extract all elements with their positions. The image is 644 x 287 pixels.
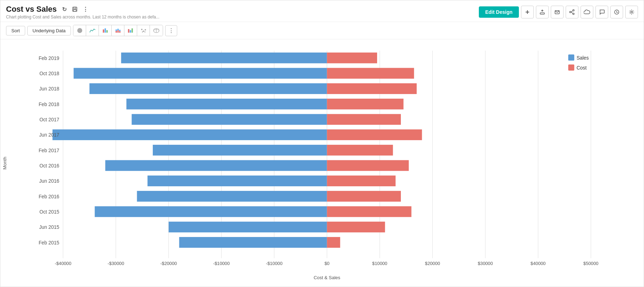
svg-point-27 xyxy=(143,31,144,32)
svg-text:Feb 2018: Feb 2018 xyxy=(39,101,60,107)
header-right: Edit Design xyxy=(479,6,638,18)
svg-text:Feb 2016: Feb 2016 xyxy=(39,194,60,199)
svg-rect-45 xyxy=(327,53,377,63)
svg-rect-52 xyxy=(132,114,327,125)
svg-rect-59 xyxy=(327,160,409,171)
chart-svg: Feb 2019 Oct 2018 Jun 2018 Feb 2018 Oct … xyxy=(10,43,644,274)
schedule-button[interactable] xyxy=(610,6,623,18)
svg-text:$40000: $40000 xyxy=(531,261,546,266)
svg-text:Jun 2017: Jun 2017 xyxy=(39,132,59,138)
svg-line-11 xyxy=(571,12,573,13)
edit-design-button[interactable]: Edit Design xyxy=(479,6,519,18)
svg-rect-25 xyxy=(131,28,133,33)
add-button[interactable] xyxy=(521,6,534,18)
save-icon[interactable] xyxy=(71,5,79,13)
svg-rect-17 xyxy=(116,31,117,33)
cloud-button[interactable] xyxy=(581,6,593,18)
svg-rect-44 xyxy=(121,53,327,63)
svg-text:-$20000: -$20000 xyxy=(160,261,177,266)
svg-rect-16 xyxy=(106,30,108,33)
svg-text:$0: $0 xyxy=(324,261,329,266)
svg-text:$30000: $30000 xyxy=(478,261,493,266)
svg-text:-$10000: -$10000 xyxy=(266,261,282,266)
svg-rect-22 xyxy=(119,30,121,31)
svg-rect-62 xyxy=(137,191,327,202)
refresh-icon[interactable]: ↻ xyxy=(60,5,68,13)
svg-rect-48 xyxy=(89,83,327,94)
svg-rect-1 xyxy=(74,7,76,9)
svg-point-9 xyxy=(570,11,571,13)
svg-rect-15 xyxy=(105,28,106,33)
page-title: Cost vs Sales xyxy=(6,5,57,14)
chart-inner: Feb 2019 Oct 2018 Jun 2018 Feb 2018 Oct … xyxy=(10,43,644,283)
header: Cost vs Sales ↻ ⋮ Chart plotting Cost an… xyxy=(0,0,644,22)
pie-chart-button[interactable] xyxy=(73,25,86,36)
svg-point-13 xyxy=(631,11,633,13)
svg-rect-50 xyxy=(127,99,327,109)
svg-rect-56 xyxy=(153,145,327,155)
svg-rect-23 xyxy=(128,29,129,33)
svg-rect-20 xyxy=(117,29,119,30)
sort-button[interactable]: Sort xyxy=(6,26,25,35)
stacked-bar-button[interactable] xyxy=(112,25,124,36)
svg-rect-46 xyxy=(74,68,327,78)
bar-chart-button[interactable] xyxy=(99,25,112,36)
main-container: Cost vs Sales ↻ ⋮ Chart plotting Cost an… xyxy=(0,0,644,287)
chart-area: Month xyxy=(0,39,644,287)
svg-rect-65 xyxy=(327,206,411,217)
toolbar: Sort Underlying Data xyxy=(0,22,644,39)
scatter-chart-button[interactable] xyxy=(124,25,137,36)
svg-text:$10000: $10000 xyxy=(372,261,387,266)
svg-rect-2 xyxy=(73,10,76,11)
svg-rect-67 xyxy=(327,222,385,232)
svg-rect-5 xyxy=(540,13,544,14)
svg-text:Cost: Cost xyxy=(577,65,587,71)
line-chart-button[interactable] xyxy=(86,25,99,36)
upload-button[interactable] xyxy=(536,6,549,18)
svg-rect-57 xyxy=(327,145,393,155)
scatter-plot-button[interactable] xyxy=(137,25,150,36)
svg-rect-61 xyxy=(327,176,396,186)
svg-point-30 xyxy=(144,32,145,33)
svg-rect-58 xyxy=(105,160,327,171)
svg-point-7 xyxy=(573,10,574,11)
header-left: Cost vs Sales ↻ ⋮ Chart plotting Cost an… xyxy=(6,5,159,20)
share-button[interactable] xyxy=(566,6,578,18)
svg-rect-96 xyxy=(568,65,574,71)
svg-rect-47 xyxy=(327,68,414,78)
comment-button[interactable] xyxy=(595,6,608,18)
svg-text:Oct 2017: Oct 2017 xyxy=(39,117,59,122)
svg-text:Jun 2018: Jun 2018 xyxy=(39,86,59,92)
svg-text:$20000: $20000 xyxy=(425,261,440,266)
map-button[interactable] xyxy=(150,25,163,36)
svg-point-29 xyxy=(142,32,143,33)
underlying-data-button[interactable]: Underlying Data xyxy=(27,26,71,35)
svg-text:$50000: $50000 xyxy=(583,261,599,266)
svg-rect-69 xyxy=(327,237,340,248)
svg-rect-66 xyxy=(169,222,327,232)
svg-rect-49 xyxy=(327,83,417,94)
svg-rect-53 xyxy=(327,114,401,125)
svg-text:Feb 2017: Feb 2017 xyxy=(39,148,60,153)
svg-rect-14 xyxy=(103,29,104,33)
settings-button[interactable] xyxy=(625,6,638,18)
chart-svg-container: Feb 2019 Oct 2018 Jun 2018 Feb 2018 Oct … xyxy=(10,43,644,274)
svg-text:Jun 2016: Jun 2016 xyxy=(39,178,59,184)
subtitle: Chart plotting Cost and Sales across mon… xyxy=(6,15,159,20)
svg-point-28 xyxy=(145,29,146,31)
svg-text:Feb 2015: Feb 2015 xyxy=(39,240,60,245)
svg-rect-60 xyxy=(147,176,327,186)
svg-point-26 xyxy=(141,29,142,30)
email-button[interactable] xyxy=(551,6,564,18)
more-chart-options-button[interactable]: ⋮ xyxy=(165,25,177,36)
svg-rect-24 xyxy=(130,30,131,33)
svg-rect-63 xyxy=(327,191,401,202)
svg-rect-64 xyxy=(95,206,327,217)
chart-type-selector xyxy=(73,25,163,36)
x-axis-label: Cost & Sales xyxy=(10,274,644,283)
svg-line-10 xyxy=(571,11,573,12)
svg-point-8 xyxy=(573,13,574,15)
svg-rect-51 xyxy=(327,99,404,109)
svg-rect-21 xyxy=(119,31,121,33)
more-options-icon[interactable]: ⋮ xyxy=(82,5,89,13)
